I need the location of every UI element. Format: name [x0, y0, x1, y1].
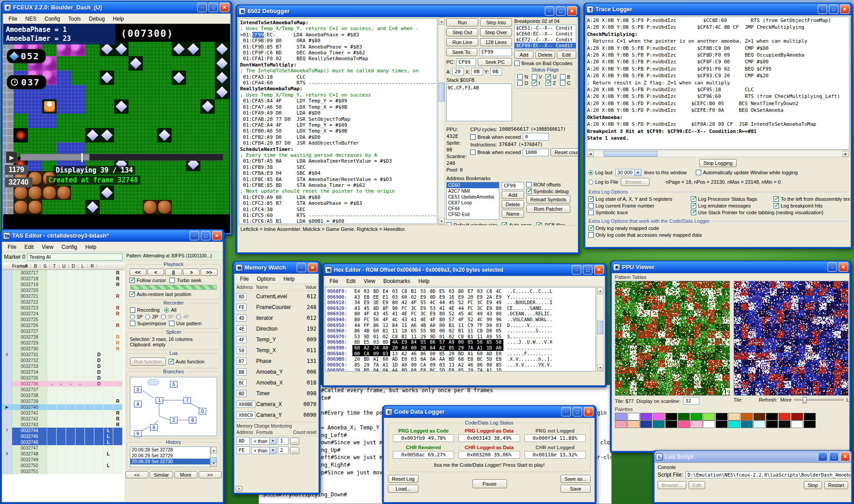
hex-byte[interactable]: 86 — [428, 339, 437, 345]
watch-row[interactable]: BB Amoeba_Y 006 — [235, 367, 318, 377]
trace-log-pane[interactable]: A:20 X:0B Y:0B S:F9 P:nvUbdIzc $CC8E:60 … — [587, 17, 850, 150]
palette-swatch[interactable] — [804, 413, 816, 420]
watch-name[interactable]: CurrentLevel — [256, 293, 301, 300]
frame-number[interactable]: 0032731 — [12, 352, 47, 358]
hex-byte[interactable]: 29 — [456, 345, 466, 351]
hex-byte[interactable]: 13 — [390, 351, 400, 357]
minimize-button[interactable] — [572, 265, 581, 274]
input-up[interactable] — [85, 305, 94, 311]
branch-slot[interactable]: 8 — [189, 417, 196, 424]
hex-byte[interactable]: 80 — [437, 311, 447, 317]
tas-frame-row[interactable]: 0032732D — [2, 358, 125, 363]
hex-byte[interactable]: 7A — [475, 367, 485, 371]
input-down[interactable] — [94, 410, 104, 416]
hex-byte[interactable]: 1D — [494, 367, 503, 371]
minimize-button[interactable] — [545, 6, 554, 16]
playback-track[interactable] — [20, 154, 223, 161]
input-b[interactable] — [57, 369, 66, 375]
monitor-row[interactable]: FE > than▼ 2 … — [235, 446, 318, 455]
scanline-input[interactable]: 32 — [683, 397, 699, 405]
hex-byte[interactable]: 80 — [352, 311, 362, 317]
hex-byte[interactable]: 0D — [428, 294, 437, 300]
input-right[interactable] — [113, 433, 123, 439]
input-left[interactable] — [104, 404, 113, 410]
hex-byte[interactable]: 4C — [475, 317, 485, 323]
palette-swatch[interactable] — [640, 420, 652, 428]
input-left[interactable] — [104, 381, 113, 387]
input-up[interactable] — [85, 457, 94, 463]
hex-byte[interactable]: 03 — [494, 323, 503, 328]
frame-number[interactable]: 0032740 — [12, 404, 47, 410]
watch-row[interactable]: FE FrameCounter 248 — [235, 302, 318, 313]
status-flag-checkbox[interactable]: Z — [546, 80, 559, 86]
input-start[interactable] — [76, 439, 85, 445]
input-left[interactable] — [104, 276, 113, 282]
hex-byte[interactable]: 3C — [475, 305, 485, 311]
hex-byte[interactable]: 45 — [447, 300, 456, 305]
input-select[interactable] — [66, 404, 76, 410]
input-right[interactable]: R — [113, 398, 123, 404]
input-left[interactable] — [104, 282, 113, 287]
hex-byte[interactable]: 52 — [456, 300, 466, 305]
menu-item[interactable]: Edit — [342, 278, 359, 285]
hex-byte[interactable]: 4B — [418, 323, 428, 328]
row-marker[interactable] — [2, 457, 12, 463]
watch-address-input[interactable]: 50 — [236, 347, 247, 354]
hex-byte[interactable]: 00 — [428, 351, 437, 357]
hex-byte[interactable]: E9 — [400, 339, 409, 345]
input-start[interactable] — [76, 358, 85, 363]
minimize-button[interactable] — [561, 407, 571, 416]
input-select[interactable] — [66, 375, 76, 381]
input-down[interactable] — [94, 451, 104, 457]
history-item[interactable]: 20:06:29 Set 32729 — [130, 453, 210, 459]
hex-byte[interactable]: 4F — [428, 317, 437, 323]
hex-byte[interactable]: 29 — [362, 362, 371, 368]
input-b[interactable] — [57, 469, 66, 474]
input-select[interactable] — [66, 410, 76, 416]
pause-button[interactable]: Pause — [472, 479, 507, 488]
history-item[interactable]: 20:06:28 Set 32728 — [130, 447, 210, 453]
menu-item[interactable]: Help — [82, 243, 100, 251]
hex-byte[interactable]: 99 — [485, 317, 494, 323]
input-up[interactable] — [85, 393, 94, 398]
input-a[interactable] — [47, 398, 57, 404]
hex-byte[interactable]: 4B — [362, 328, 371, 334]
input-select[interactable] — [66, 422, 76, 428]
hex-byte[interactable]: 0A — [371, 367, 381, 371]
minimize-button[interactable] — [818, 452, 827, 461]
row-marker[interactable] — [2, 422, 12, 428]
input-right[interactable]: R — [113, 282, 123, 287]
row-marker[interactable] — [2, 270, 12, 276]
input-a[interactable] — [47, 387, 57, 393]
tas-frame-row[interactable]: 0032750L — [2, 463, 125, 469]
input-down[interactable] — [94, 463, 104, 469]
input-start[interactable] — [76, 270, 85, 276]
hex-byte[interactable]: A9 — [447, 339, 456, 345]
input-b[interactable] — [57, 375, 66, 381]
hex-byte[interactable]: 16 — [447, 294, 456, 300]
trace-titlebar[interactable]: T Trace Logger — [585, 3, 851, 15]
row-marker[interactable] — [2, 346, 12, 352]
input-left[interactable] — [104, 410, 113, 416]
hex-byte[interactable]: 86 — [418, 351, 428, 357]
watch-name[interactable]: Temp_Y — [256, 336, 301, 343]
hex-byte[interactable]: 13 — [447, 362, 456, 368]
input-left[interactable]: L — [104, 433, 113, 439]
hex-byte[interactable]: 3C — [418, 311, 428, 317]
hex-byte[interactable]: 9D — [362, 334, 371, 340]
hex-byte[interactable]: EE — [371, 294, 381, 300]
input-start[interactable] — [76, 317, 85, 323]
log-lines-combobox[interactable]: 30 000▼ — [615, 169, 642, 176]
input-b[interactable] — [57, 445, 66, 451]
input-a[interactable] — [47, 422, 57, 428]
watch-row[interactable]: 4E Direction 192 — [235, 323, 318, 334]
hex-byte[interactable]: 46 — [409, 351, 418, 357]
column-header[interactable]: B — [31, 264, 40, 269]
hex-byte[interactable]: 8D — [371, 305, 381, 311]
default-window-size-checkbox[interactable]: Default window size — [446, 222, 497, 225]
monitor-formula-select[interactable]: > than▼ — [251, 447, 276, 454]
frame-number[interactable]: 0032745 — [12, 433, 47, 439]
hex-grid[interactable]: 0068F0:E4038DE403C8B1558DE5038DE703C84C.… — [325, 287, 596, 371]
input-a[interactable] — [47, 299, 57, 305]
hex-byte[interactable]: 02 — [447, 334, 456, 340]
